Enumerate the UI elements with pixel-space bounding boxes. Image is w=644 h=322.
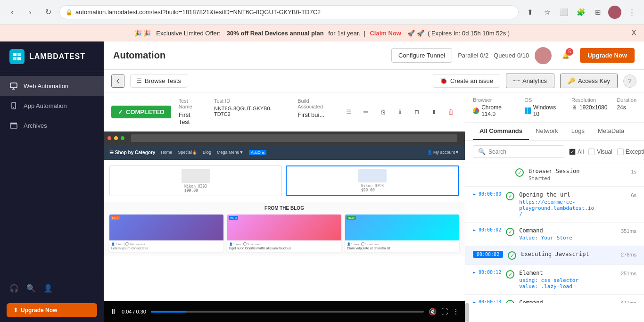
sidebar-item-web-automation[interactable]: Web Automation [0,76,104,96]
headphones-icon[interactable]: 🎧 [9,284,19,293]
configure-tunnel-button[interactable]: Configure Tunnel [391,48,452,63]
timestamp-button[interactable]: ► 00:00:00 [473,191,501,197]
more-options-button[interactable]: ⋮ [453,308,459,315]
tab-all-commands[interactable]: All Commands [473,123,529,140]
scrollbar-thumb[interactable] [465,303,469,322]
left-panel: ✓ COMPLETED Test Name First Test Test ID… [104,92,465,322]
dot-green [121,136,124,140]
create-issue-button[interactable]: 🐞 Create an issue [433,74,500,88]
filter-exceptions[interactable]: Exceptions [617,149,644,155]
command-title: Command [519,299,616,303]
sidebar-navigation: Web Automation App Automation Archives [0,72,104,278]
address-bar[interactable]: 🔒 automation.lambdatest.com/test?build=1… [59,5,519,19]
search-input-wrapper: 🔍 [473,145,564,158]
svg-rect-4 [10,83,17,88]
list-item: ✓ Browser Session Started 1s [465,163,644,187]
search-icon[interactable]: 🔍 [26,284,36,293]
browser-value: Chrome 114.0 [473,104,515,117]
profile-avatar[interactable] [608,6,621,19]
help-button[interactable]: ? [623,74,636,88]
reload-button[interactable]: ↻ [41,6,55,19]
check-icon: ✓ [506,300,514,303]
promo-expiry: 🚀 🚀 ( Expires In: 0d 15h 10m 52s ) [404,30,510,37]
app-automation-label: App Automation [24,102,67,109]
commands-search-bar: 🔍 ✓ All Visual [465,140,644,163]
command-duration: 251ms [621,271,636,276]
create-issue-label: Create an issue [450,77,493,84]
user-avatar[interactable] [535,47,552,64]
back-button[interactable]: ‹ [6,6,19,19]
promo-text: 🎉 🎉 Exclusive Limited Offer: [134,30,224,37]
svg-point-11 [540,50,546,57]
access-key-label: Access Key [578,77,610,84]
volume-button[interactable]: 🔇 [429,308,437,315]
monitor-icon: 🖥 [571,104,577,111]
command-subtitle: Value: Your Store [519,235,616,241]
command-content: Opening the url https://ecommerce-playgr… [519,191,626,217]
main-content: Automation Configure Tunnel Parallel 0/2… [104,41,644,322]
filter-visual[interactable]: Visual [588,149,612,155]
svg-rect-3 [17,57,21,60]
tab-network[interactable]: Network [529,123,565,140]
person-icon[interactable]: 👤 [43,284,53,293]
edit-action-button[interactable]: ✏ [359,105,372,118]
share-action-button[interactable]: ⬆ [427,105,440,118]
info-action-button[interactable]: ℹ [393,105,406,118]
analytics-label: Analytics [522,77,547,84]
svg-rect-0 [13,53,17,56]
topbar-upgrade-button[interactable]: Upgrade Now [580,48,635,63]
sidebar-item-archives[interactable]: Archives [0,116,104,135]
timestamp-button[interactable]: ► 00:00:12 [473,270,501,275]
test-actions: ☰ ✏ ⎘ ℹ ⊓ ⬆ 🗑 [342,105,457,118]
browse-tests-button[interactable]: ☰ Browse Tests [130,74,187,88]
tab-button[interactable]: ⬜ [557,6,570,19]
sidebar-item-app-automation[interactable]: App Automation [0,96,104,116]
menu-button[interactable]: ⋮ [625,6,638,19]
test-id-value: NNT6G-8QGUT-GKYB0-TD7C2 [214,106,286,117]
tab-logs[interactable]: Logs [565,123,591,140]
dot-yellow [114,136,118,140]
svg-point-8 [13,107,14,108]
forward-button[interactable]: › [24,6,37,19]
claim-now-link[interactable]: Claim Now [370,30,401,37]
tab-metadata[interactable]: MetaData [591,123,631,140]
bookmark-button[interactable]: ☆ [540,6,553,19]
subtoolbar-back-button[interactable] [111,74,124,88]
delete-action-button[interactable]: 🗑 [444,105,457,118]
test-id-col: Test ID NNT6G-8QGUT-GKYB0-TD7C2 [214,98,286,125]
analytics-button[interactable]: 〰 Analytics [506,74,554,88]
command-title: Executing Javascript [521,251,616,257]
bookmark-action-button[interactable]: ⊓ [410,105,423,118]
analytics-icon: 〰 [513,77,520,84]
search-input[interactable] [488,149,559,155]
build-value: First bui... [297,111,335,118]
build-label: Build Associated [297,98,335,109]
exceptions-label: Exceptions [626,149,644,155]
filter-all[interactable]: ✓ All [569,149,584,155]
web-automation-label: Web Automation [24,83,68,90]
command-subtitle: using: css selectorvalue: .lazy-load [519,277,616,289]
progress-bar[interactable] [151,311,424,313]
command-duration: 611ms [621,300,636,303]
notification-button[interactable]: 🔔 5 [557,47,574,64]
commands-tabs: All Commands Network Logs MetaData [465,123,644,140]
timestamp-button[interactable]: ► 00:00:13 [473,299,501,303]
browse-tests-label: Browse Tests [145,77,181,84]
extensions-button[interactable]: 🧩 [574,6,587,19]
promo-suffix: for 1st year. | [327,30,367,37]
play-pause-button[interactable]: ⏸ [109,307,117,316]
copy-action-button[interactable]: ⎘ [376,105,389,118]
dot-red [107,136,111,140]
sidebar-upgrade-button[interactable]: ⬆ Upgrade Now [7,303,97,317]
share-button[interactable]: ⬆ [523,6,537,19]
fullscreen-button[interactable]: ⛶ [441,308,448,315]
timestamp-button[interactable]: ► 00:00:02 [473,227,501,232]
check-icon: ✓ [506,192,514,200]
active-timestamp-button[interactable]: 00:00:02 [473,251,503,258]
promo-close-button[interactable]: X [631,29,636,37]
access-key-button[interactable]: 🔑 Access Key [560,74,618,88]
splitscreen-button[interactable]: ⊞ [591,6,604,19]
list-action-button[interactable]: ☰ [342,105,355,118]
command-duration: 6s [631,192,636,198]
parallel-info: Parallel 0/2 Queued 0/10 [458,52,529,59]
